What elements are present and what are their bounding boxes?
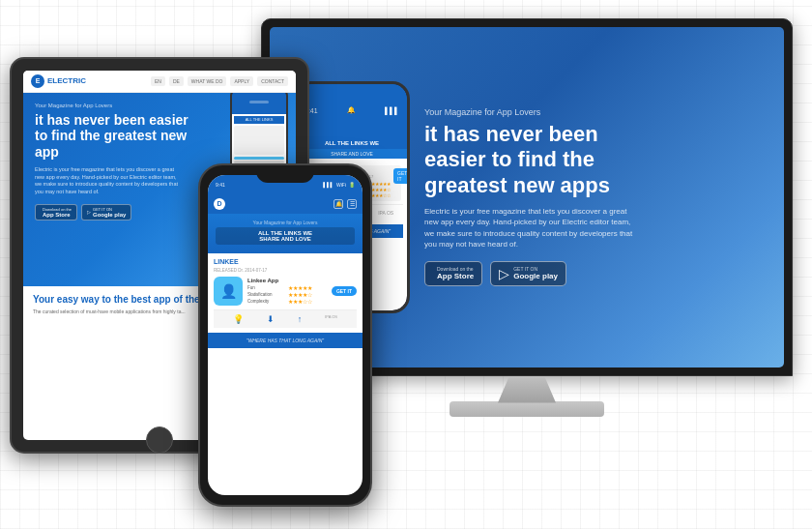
mobile-action-row: 💡 ⬇ ↑ IPA OS: [214, 309, 357, 328]
mobile-notch: [256, 165, 314, 183]
mobile-action-share: ↑: [298, 314, 303, 324]
mobile-card-section: LINKEE RELEASED Dr. 2014-07-17 👤 Linkee …: [208, 253, 362, 333]
mobile-action-download: ⬇: [267, 314, 275, 324]
tablet-logo-icon: E: [31, 74, 44, 88]
mobile-quote-bar: "WHERE HAS THAT LONG AGAIN": [208, 333, 362, 348]
lightbulb-icon: 💡: [233, 314, 244, 324]
mobile-app-icon: 👤: [214, 277, 243, 306]
googleplay-badge[interactable]: ▷ GET IT ON Google play: [490, 261, 566, 286]
mobile-action-lightbulb: 💡: [233, 314, 244, 324]
mobile-get-btn[interactable]: GET IT: [332, 286, 357, 296]
phone-top-bar: 9:41 🔔 ▌▌▌: [297, 84, 407, 137]
google-icon: ▷: [499, 266, 509, 281]
mobile-top-nav: D 🔔 ☰: [208, 194, 362, 214]
mobile-time: 9:41: [216, 182, 225, 188]
mobile-hero-section: Your Magazine for App Lovers ALL THE LIN…: [208, 214, 362, 253]
appstore-badge[interactable]: Download on the App Store: [424, 261, 482, 286]
download-icon: ⬇: [267, 314, 275, 324]
phone-get-btn[interactable]: GET IT: [393, 168, 407, 184]
mobile-desc2: Statisfication: [247, 292, 286, 297]
appstore-badge-text: Download on the App Store: [437, 266, 474, 280]
monitor-body: Electric is your free magazine that lets…: [424, 206, 637, 250]
tablet-hero-body: Electric is your free magazine that lets…: [35, 166, 185, 196]
tablet-googleplay-badge[interactable]: ▷ GET IT ON Google play: [81, 204, 131, 220]
mobile-nav-icon-menu[interactable]: ☰: [347, 199, 357, 209]
mobile-status-icons: ▌▌▌ WiFi 🔋: [323, 182, 355, 188]
appstore-label-large: App Store: [437, 272, 474, 280]
phone-app-header: ALL THE LINKS WE: [297, 137, 407, 149]
mobile-nav-icon-bell[interactable]: 🔔: [334, 199, 343, 209]
phone-app-subheader: SHARE AND LOVE: [297, 149, 407, 159]
monitor-base: [450, 401, 604, 417]
mobile-screen: 9:41 ▌▌▌ WiFi 🔋 D 🔔 ☰: [208, 175, 362, 495]
scene: 9:41 🔔 ▌▌▌ ALL THE LINKS WE SHARE AND LO…: [10, 9, 802, 521]
monitor-neck: [498, 376, 556, 403]
mobile-action-ipa: IPA OS: [325, 314, 337, 324]
mobile-quote-text: "WHERE HAS THAT LONG AGAIN": [214, 338, 357, 343]
ipa-label: IPA OS: [325, 314, 337, 319]
mobile-wrapper: 9:41 ▌▌▌ WiFi 🔋 D 🔔 ☰: [198, 163, 372, 516]
tablet-hero-title: it has never been easier to find the gre…: [35, 112, 189, 161]
mobile-app-info: Linkee App Fun ★★★★★ Statisfication ★★★★…: [247, 278, 327, 305]
tablet-logo: E ELECTRIC: [31, 74, 86, 88]
mobile-desc1: Fun: [247, 285, 286, 290]
mobile-banner: ALL THE LINKS WE SHARE AND LOVE: [216, 227, 355, 245]
monitor-headline: it has never been easier to find the gre…: [424, 122, 760, 198]
appstore-label-small: Download on the: [437, 266, 474, 272]
mobile-app-row: 👤 Linkee App Fun ★★★★★ Statisfication: [214, 277, 357, 306]
tablet-home-button[interactable]: [146, 426, 173, 454]
monitor-text-area: Your Magazine for App Lovers it has neve…: [424, 107, 760, 286]
google-icon-small: ▷: [87, 209, 91, 215]
share-icon: ↑: [298, 314, 303, 324]
mobile-frame: 9:41 ▌▌▌ WiFi 🔋 D 🔔 ☰: [198, 163, 372, 507]
mobile-app-meta: RELEASED Dr. 2014-07-17: [214, 268, 357, 273]
store-badges: Download on the App Store ▷ GET IT ON Go…: [424, 261, 760, 286]
mobile-logo-mark: D: [214, 198, 225, 210]
googleplay-badge-text: GET IT ON Google play: [513, 266, 558, 280]
tablet-nav-links: EN DE WHAT WE DO APPLY CONTACT: [151, 76, 288, 86]
mobile-desc3: Complexity: [247, 299, 286, 304]
tablet-appstore-badge[interactable]: Download on the App Store: [35, 204, 77, 220]
googleplay-label-large: Google play: [513, 272, 558, 280]
monitor-subtitle: Your Magazine for App Lovers: [424, 107, 760, 117]
googleplay-label-small: GET IT ON: [513, 266, 558, 272]
mobile-nav-icons: 🔔 ☰: [334, 199, 357, 209]
tablet-nav: E ELECTRIC EN DE WHAT WE DO APPLY CONTAC…: [23, 71, 296, 93]
mobile-app-name: LINKEE: [214, 258, 357, 265]
